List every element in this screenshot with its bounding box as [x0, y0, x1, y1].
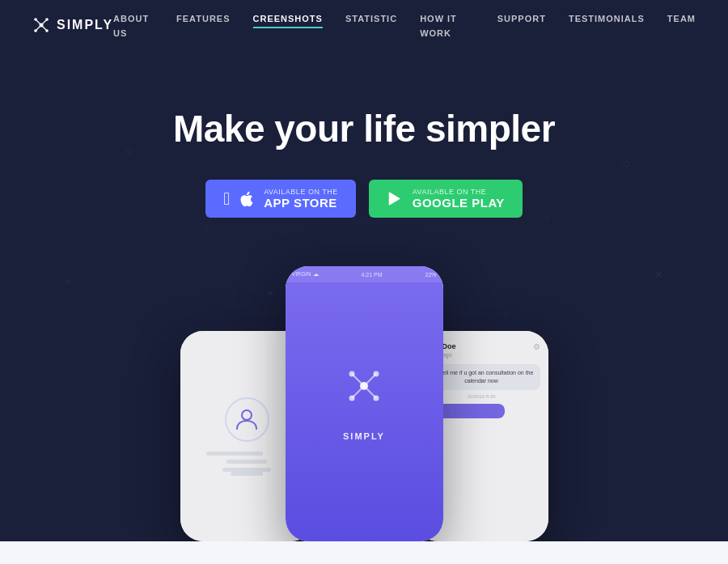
- status-carrier: VIRGIN ☁: [292, 271, 319, 278]
- apple-icon-svg: [238, 190, 256, 208]
- svg-line-5: [36, 19, 41, 25]
- nav-item-support[interactable]: SUPPORT: [497, 11, 546, 40]
- svg-line-15: [352, 374, 364, 386]
- nav-item-team[interactable]: TEAM: [667, 11, 696, 40]
- phone-center-screen: VIRGIN ☁ 4:21 PM 22%: [286, 266, 443, 541]
- apple-icon: : [223, 189, 230, 210]
- svg-line-7: [36, 25, 41, 31]
- status-battery: 22%: [425, 272, 436, 278]
- status-time: 4:21 PM: [361, 272, 382, 278]
- apple-btn-label: APP STORE: [264, 196, 338, 210]
- hero-headline: Make your life simpler: [32, 107, 696, 151]
- svg-line-17: [352, 386, 364, 398]
- settings-icon: ⚙: [533, 342, 540, 351]
- svg-line-6: [41, 19, 47, 25]
- google-play-icon: [387, 190, 404, 208]
- nav-item-about[interactable]: ABOUT US: [113, 11, 154, 40]
- apple-btn-sub: Available on the: [264, 188, 338, 196]
- logo[interactable]: SIMPLY: [32, 16, 113, 34]
- nav-item-howitwork[interactable]: HOW IT WORK: [420, 11, 475, 40]
- nav-item-testimonials[interactable]: TESTIMONIALS: [569, 11, 645, 40]
- logo-text: SIMPLY: [57, 18, 113, 32]
- avatar-circle: [225, 397, 269, 442]
- nav-item-features[interactable]: FEATURES: [176, 11, 230, 40]
- phone-center: VIRGIN ☁ 4:21 PM 22%: [286, 266, 443, 541]
- google-btn-label: GOOGLE PLAY: [413, 196, 505, 210]
- app-store-button[interactable]:  Available on the APP STORE: [205, 180, 356, 218]
- svg-point-9: [242, 410, 252, 420]
- phones-showcase: VIRGIN ☁ 4:21 PM 22%: [32, 258, 696, 541]
- phone-app-name: SIMPLY: [343, 431, 385, 441]
- features-section: Our Features: [0, 541, 728, 564]
- hero-section: ○ ○ ✕ ⁘ ✕ ○ ✕ ○ ⁘ Make your life simpler…: [0, 50, 728, 541]
- svg-line-18: [364, 386, 376, 398]
- nav-item-screenshots[interactable]: CREENSHOTS: [253, 11, 323, 40]
- google-btn-sub: Available on the: [413, 188, 505, 196]
- nav-item-statistic[interactable]: STATISTIC: [345, 11, 397, 40]
- svg-line-16: [364, 374, 376, 386]
- nav-links: ABOUT US FEATURES CREENSHOTS STATISTIC H…: [113, 11, 696, 40]
- svg-line-8: [41, 25, 47, 31]
- hero-cta-buttons:  Available on the APP STORE Available o…: [32, 180, 696, 218]
- logo-icon: [32, 16, 50, 34]
- deco-circle-2: ○: [202, 220, 209, 233]
- google-play-button[interactable]: Available on the GOOGLE PLAY: [369, 180, 523, 218]
- deco-circle-3: ○: [622, 155, 631, 172]
- avatar-info-lines: [206, 452, 287, 476]
- navbar: SIMPLY ABOUT US FEATURES CREENSHOTS STAT…: [0, 0, 728, 50]
- phone-status-bar: VIRGIN ☁ 4:21 PM 22%: [286, 266, 443, 282]
- app-logo-icon: [345, 367, 383, 409]
